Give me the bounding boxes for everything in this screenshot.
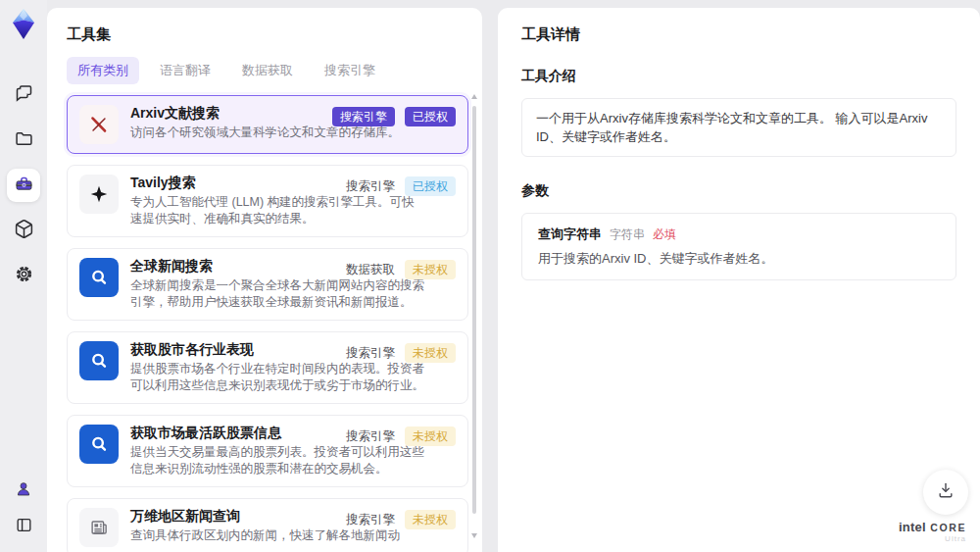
- category-label: 搜索引擎: [346, 345, 395, 362]
- tool-description: 提供股票市场各个行业在特定时间段内的表现。投资者可以利用这些信息来识别表现优于或…: [130, 361, 426, 394]
- param-type: 字符串: [610, 226, 645, 243]
- category-label: 数据获取: [346, 262, 395, 278]
- tool-description: 查询具体行政区划内的新闻，快速了解各地新闻动: [130, 527, 400, 544]
- tool-description: 专为人工智能代理 (LLM) 构建的搜索引擎工具。可快速提供实时、准确和真实的结…: [130, 194, 426, 227]
- tool-details-panel: 工具详情 工具介绍 一个用于从Arxiv存储库搜索科学论文和文章的工具。 输入可…: [498, 8, 980, 552]
- app-logo: [8, 8, 39, 41]
- status-badge: 未授权: [405, 343, 456, 363]
- details-title: 工具详情: [521, 25, 956, 44]
- panel-toggle-icon: [15, 516, 33, 538]
- status-badge: 已授权: [405, 176, 456, 196]
- newspaper-icon: [79, 508, 119, 547]
- category-label: 搜索引擎: [346, 178, 395, 195]
- sidebar-item-models[interactable]: [7, 214, 40, 247]
- sidebar-item-chat[interactable]: [7, 78, 40, 112]
- tab-language-translation[interactable]: 语言翻译: [149, 57, 221, 84]
- blue-search-icon: [79, 425, 119, 464]
- params-heading: 参数: [521, 182, 956, 200]
- gear-icon: [14, 264, 34, 288]
- arxiv-logo-icon: [79, 105, 119, 144]
- tool-card-stock-sector[interactable]: 获取股市各行业表现 提供股票市场各个行业在特定时间段内的表现。投资者可以利用这些…: [67, 331, 468, 404]
- intro-heading: 工具介绍: [521, 68, 956, 85]
- tool-intro-text: 一个用于从Arxiv存储库搜索科学论文和文章的工具。 输入可以是Arxiv ID…: [521, 98, 956, 157]
- param-required-flag: 必填: [653, 226, 676, 243]
- category-label: 搜索引擎: [346, 428, 395, 445]
- sidebar-bottom: [0, 477, 47, 540]
- sidebar-item-tools[interactable]: [7, 169, 40, 202]
- tool-card-regional-news[interactable]: 万维地区新闻查询 查询具体行政区划内的新闻，快速了解各地新闻动 搜索引擎 未授权: [67, 498, 468, 552]
- status-badge: 已授权: [405, 107, 456, 126]
- tool-card-tavily[interactable]: Tavily搜索 专为人工智能代理 (LLM) 构建的搜索引擎工具。可快速提供实…: [67, 165, 468, 237]
- scroll-up-arrow[interactable]: [471, 94, 477, 99]
- core-text: CORE: [930, 522, 966, 533]
- category-tabs: 所有类别 语言翻译 数据获取 搜索引擎: [67, 57, 482, 84]
- sidebar-item-collapse[interactable]: [10, 513, 37, 540]
- folder-icon: [14, 128, 34, 153]
- tab-data-fetch[interactable]: 数据获取: [231, 57, 304, 84]
- scroll-down-arrow[interactable]: [471, 533, 477, 538]
- param-description: 用于搜索的Arxiv ID、关键字或作者姓名。: [538, 250, 940, 268]
- status-badge: 未授权: [405, 427, 456, 446]
- tool-card-active-stocks[interactable]: 获取市场最活跃股票信息 提供当天交易量最高的股票列表。投资者可以利用这些信息来识…: [67, 415, 468, 487]
- download-button[interactable]: [923, 470, 968, 515]
- toolbox-icon: [14, 174, 34, 198]
- sidebar-nav: [7, 78, 40, 292]
- tab-search-engine[interactable]: 搜索引擎: [314, 57, 386, 84]
- chat-icon: [14, 83, 34, 108]
- tool-description: 访问各个研究领域大量科学论文和文章的存储库。: [130, 125, 400, 141]
- scrollbar[interactable]: [471, 92, 477, 540]
- sidebar: [0, 0, 47, 552]
- blue-search-icon: [79, 341, 119, 380]
- page-title: 工具集: [67, 25, 482, 44]
- download-icon: [936, 480, 956, 504]
- status-badge: 未授权: [405, 260, 456, 279]
- param-card: 查询字符串 字符串 必填 用于搜索的Arxiv ID、关键字或作者姓名。: [521, 213, 956, 280]
- cube-icon: [14, 219, 34, 243]
- intel-core-logo: intel CORE Ultra: [899, 521, 966, 544]
- tool-card-arxiv[interactable]: Arxiv文献搜索 访问各个研究领域大量科学论文和文章的存储库。 搜索引擎 已授…: [67, 95, 468, 154]
- tools-panel: 工具集 所有类别 语言翻译 数据获取 搜索引擎 Arxiv文献搜索 访问各个研究…: [47, 8, 482, 552]
- scrollbar-thumb[interactable]: [472, 106, 476, 514]
- tavily-star-icon: [79, 175, 119, 214]
- sidebar-item-user[interactable]: [10, 477, 37, 505]
- intel-text: intel: [899, 520, 926, 534]
- sidebar-item-settings[interactable]: [7, 259, 40, 292]
- tool-description: 全球新闻搜索是一个聚合全球各大新闻网站内容的搜索引擎，帮助用户快速获取全球最新资…: [130, 277, 426, 311]
- param-name: 查询字符串: [538, 226, 602, 243]
- tool-card-global-news[interactable]: 全球新闻搜索 全球新闻搜索是一个聚合全球各大新闻网站内容的搜索引擎，帮助用户快速…: [67, 248, 468, 321]
- blue-search-icon: [79, 258, 119, 297]
- status-badge: 未授权: [405, 510, 456, 529]
- user-icon: [15, 480, 32, 502]
- tool-description: 提供当天交易量最高的股票列表。投资者可以利用这些信息来识别流动性强的股票和潜在的…: [130, 444, 426, 477]
- category-label: 搜索引擎: [346, 512, 395, 528]
- category-badge: 搜索引擎: [332, 107, 395, 126]
- tab-all-categories[interactable]: 所有类别: [67, 57, 139, 84]
- ultra-text: Ultra: [899, 533, 966, 544]
- tool-list: Arxiv文献搜索 访问各个研究领域大量科学论文和文章的存储库。 搜索引擎 已授…: [67, 95, 468, 552]
- sidebar-item-files[interactable]: [7, 124, 40, 157]
